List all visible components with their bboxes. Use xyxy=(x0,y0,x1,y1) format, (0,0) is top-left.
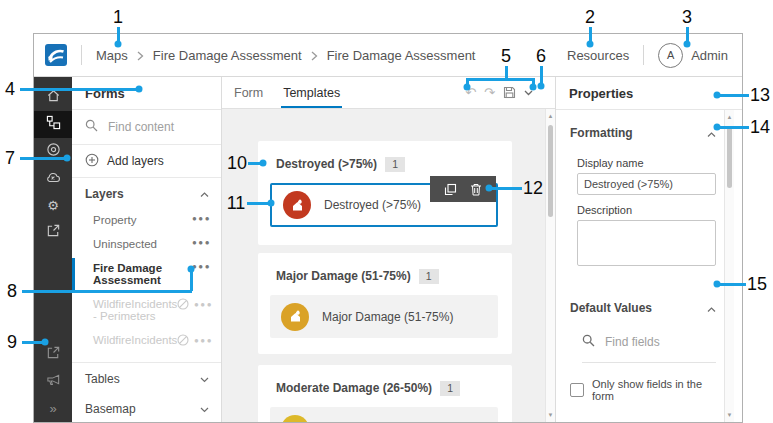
callout-dot xyxy=(260,160,267,167)
chevron-up-icon xyxy=(707,299,716,317)
home-icon xyxy=(46,88,61,107)
layer-item-wildfire-perimeters[interactable]: WildfireIncidents - Perimeters ●●● xyxy=(72,292,221,328)
layers-section-header[interactable]: Layers xyxy=(72,178,221,208)
callout-dot xyxy=(530,84,537,91)
properties-scroll-area: Formatting Display name Description Defa… xyxy=(556,110,742,422)
template-card-moderate-damage[interactable]: Moderate Damage (26-50%) xyxy=(270,407,498,422)
callout-dot xyxy=(115,41,122,48)
resources-link[interactable]: Resources xyxy=(567,48,629,63)
callout-number-7: 7 xyxy=(5,148,15,169)
callout-dot xyxy=(136,86,143,93)
layer-menu-icon[interactable]: ●●● xyxy=(192,238,211,248)
trash-icon[interactable] xyxy=(470,183,482,196)
nav-settings-button[interactable]: ⚙ xyxy=(34,192,72,219)
scroll-up-arrow-icon[interactable]: ▲ xyxy=(725,114,734,120)
arcgis-logo-icon[interactable] xyxy=(45,44,67,66)
redo-icon[interactable]: ↷ xyxy=(484,86,495,99)
callout-number-11: 11 xyxy=(227,193,246,214)
editor-scrollbar[interactable]: ▲ ▼ xyxy=(545,109,555,422)
find-content-input[interactable] xyxy=(106,119,210,135)
nav-forms-button[interactable] xyxy=(34,111,72,138)
nav-open-map-button[interactable] xyxy=(34,341,72,368)
callout-line xyxy=(22,341,43,344)
forms-panel-title: Forms xyxy=(72,77,221,110)
damage-field-label: Damage xyxy=(577,420,716,422)
callout-number-6: 6 xyxy=(536,46,546,67)
save-icon[interactable] xyxy=(503,86,516,99)
find-fields-input[interactable] xyxy=(603,334,707,350)
breadcrumb-layer-name[interactable]: Fire Damage Assessment xyxy=(327,48,476,63)
breadcrumb: Maps Fire Damage Assessment Fire Damage … xyxy=(96,48,475,63)
callout-number-9: 9 xyxy=(7,332,17,353)
header-divider xyxy=(81,45,82,65)
callout-number-1: 1 xyxy=(113,7,123,28)
add-layers-button[interactable]: Add layers xyxy=(72,145,221,178)
template-count-badge: 1 xyxy=(440,381,460,396)
layer-item-uninspected[interactable]: Uninspected ●●● xyxy=(72,232,221,256)
find-content-search xyxy=(72,110,221,145)
callout-number-14: 14 xyxy=(750,117,770,138)
layer-menu-icon[interactable]: ●●● xyxy=(194,300,213,310)
scroll-down-arrow-icon[interactable]: ▼ xyxy=(546,412,555,418)
callout-line xyxy=(719,283,746,286)
user-menu[interactable]: Admin xyxy=(691,48,728,63)
layers-section-title: Layers xyxy=(85,187,124,201)
moderate-damage-symbol-icon xyxy=(281,415,309,423)
template-card-destroyed[interactable]: Destroyed (>75%) xyxy=(270,183,498,227)
formatting-section-header[interactable]: Formatting xyxy=(570,124,716,142)
display-name-input[interactable] xyxy=(577,173,716,195)
default-values-section-header[interactable]: Default Values xyxy=(570,299,716,317)
formatting-title: Formatting xyxy=(570,126,633,140)
tab-templates[interactable]: Templates xyxy=(283,77,340,108)
callout-number-2: 2 xyxy=(585,7,595,28)
layer-menu-icon[interactable]: ●●● xyxy=(192,262,211,272)
callout-dot xyxy=(714,281,721,288)
breadcrumb-map-name[interactable]: Fire Damage Assessment xyxy=(153,48,302,63)
nav-collapse-button[interactable]: » xyxy=(34,395,72,422)
template-group-title: Destroyed (>75%) xyxy=(276,157,377,171)
not-editable-icon xyxy=(177,334,189,348)
layer-menu-icon[interactable]: ●●● xyxy=(192,214,211,224)
forms-panel: Forms Add layers Layers Property ●●● xyxy=(72,77,222,422)
layer-menu-icon[interactable]: ●●● xyxy=(194,336,213,346)
only-show-fields-option: Only show fields in the form xyxy=(570,378,716,402)
template-count-badge: 1 xyxy=(419,269,439,284)
callout-line xyxy=(117,27,120,41)
app-body: ⚙ » Forms Add layers Layers xyxy=(34,77,742,422)
layer-item-fire-damage-assessment[interactable]: Fire Damage Assessment ●●● xyxy=(72,256,221,292)
template-card-major-damage[interactable]: Major Damage (51-75%) xyxy=(270,295,498,338)
nav-offline-button[interactable] xyxy=(34,165,72,192)
layer-item-property[interactable]: Property ●●● xyxy=(72,208,221,232)
layer-name: Uninspected xyxy=(93,238,177,250)
scroll-up-arrow-icon[interactable]: ▲ xyxy=(546,113,555,119)
avatar[interactable]: A xyxy=(658,43,683,68)
scroll-down-arrow-icon[interactable]: ▼ xyxy=(725,412,734,418)
callout-number-13: 13 xyxy=(750,85,770,106)
breadcrumb-maps[interactable]: Maps xyxy=(96,48,128,63)
tables-section-header[interactable]: Tables xyxy=(72,363,221,393)
add-layers-label: Add layers xyxy=(107,154,164,168)
callout-line xyxy=(686,27,689,41)
template-card-label: Destroyed (>75%) xyxy=(324,198,421,212)
scrollbar-thumb[interactable] xyxy=(548,125,553,217)
editor-panel: Form Templates ↶ ↷ Destroyed (>75%) 1 xyxy=(222,77,555,422)
scrollbar-thumb[interactable] xyxy=(727,126,732,188)
basemap-section-header[interactable]: Basemap xyxy=(72,393,221,423)
template-card-label: Moderate Damage (26-50%) xyxy=(322,422,474,423)
properties-scrollbar[interactable]: ▲ ▼ xyxy=(724,110,734,422)
nav-sharing-button[interactable] xyxy=(34,219,72,246)
description-textarea[interactable] xyxy=(577,220,716,266)
tab-form[interactable]: Form xyxy=(234,77,263,108)
checkbox[interactable] xyxy=(570,383,584,397)
avatar-initial: A xyxy=(667,49,674,61)
megaphone-icon xyxy=(46,372,61,391)
template-group-major-damage: Major Damage (51-75%) 1 Major Damage (51… xyxy=(258,253,512,354)
duplicate-icon[interactable] xyxy=(444,183,457,196)
callout-dot xyxy=(64,155,71,162)
layer-item-wildfire-incidents[interactable]: WildfireIncidents ●●● xyxy=(72,328,221,354)
nav-feedback-button[interactable] xyxy=(34,368,72,395)
major-damage-symbol-icon xyxy=(281,303,309,331)
callout-line xyxy=(20,88,137,91)
templates-list: Destroyed (>75%) 1 Destroyed (>75%) xyxy=(222,109,555,422)
callout-number-10: 10 xyxy=(227,153,247,174)
